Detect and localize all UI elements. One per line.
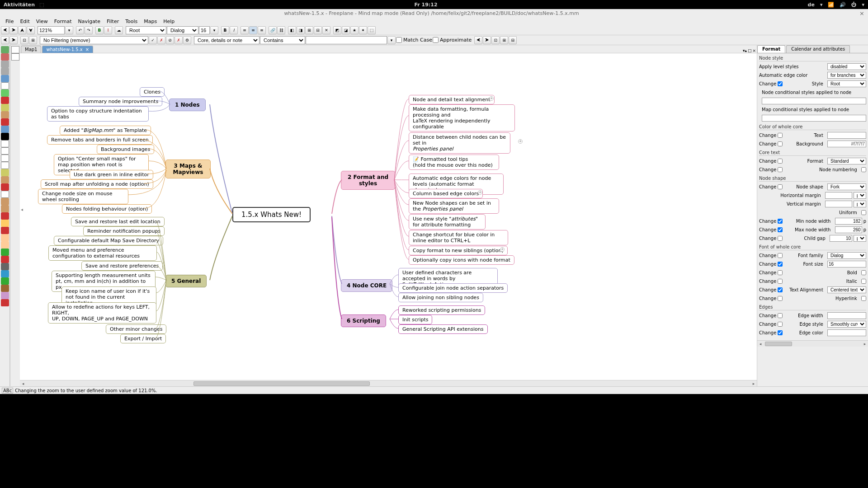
cb-align[interactable] [778, 287, 783, 292]
cb-es[interactable] [778, 322, 783, 327]
italic-button[interactable]: I [230, 26, 238, 34]
tab-close-icon[interactable]: × [85, 47, 89, 52]
tb1-h[interactable]: ★ [350, 26, 359, 34]
tab-whatsnew[interactable]: whatsNew-1.5.x× [42, 46, 93, 53]
nav-down-button[interactable]: ⮟ [27, 26, 35, 34]
icon-l34[interactable] [1, 285, 9, 292]
node-branch5[interactable]: 5 General [165, 275, 207, 287]
leaf-b2-10[interactable]: Optionally copy icons with node format [409, 255, 514, 265]
align-select[interactable]: Centered text [827, 286, 866, 293]
nav-up-button[interactable]: ⮝ [18, 26, 26, 34]
cb-numbering-val[interactable] [861, 167, 866, 172]
tb1-e[interactable]: ✕ [322, 26, 330, 34]
text-color-input[interactable] [827, 132, 866, 139]
filter-b[interactable]: ⮞ [9, 36, 18, 44]
leaf-b2-7[interactable]: Use new style "attributes" for attribute… [409, 214, 486, 230]
icon-l24[interactable] [1, 212, 9, 220]
leaf-b3-7[interactable]: Nodes folding behaviour (option) [62, 204, 152, 214]
approximate-checkbox[interactable] [433, 37, 439, 43]
es-select[interactable]: Smoothly curved ( [827, 321, 866, 328]
node-branch6[interactable]: 6 Scripting [341, 314, 386, 327]
cb-ec[interactable] [778, 330, 783, 335]
lang-indicator[interactable]: de [808, 2, 815, 8]
find-c[interactable]: ⊡ [491, 36, 500, 44]
node-branch4[interactable]: 4 Node CORE [341, 279, 392, 292]
leaf-b2-6[interactable]: New Node shapes can be set in the Proper… [409, 198, 499, 214]
leaf-b5-2[interactable]: Configurable default Map Save Directory [54, 236, 163, 245]
menu-maps[interactable]: Maps [141, 18, 160, 25]
menu-navigate[interactable]: Navigate [75, 18, 103, 25]
leaf-b1-2[interactable]: Option to copy structure indentation as … [47, 106, 149, 122]
icon-l17[interactable] [1, 162, 9, 169]
icon-l33[interactable] [1, 277, 9, 285]
style-select-panel[interactable]: Root [827, 80, 866, 87]
menu-format[interactable]: Format [52, 18, 75, 25]
cb-hyper[interactable] [778, 296, 783, 301]
font-size-dropdown[interactable]: ▾ [210, 26, 218, 34]
close-icon[interactable]: × [859, 10, 864, 17]
align-right-button[interactable]: ≡ [258, 26, 266, 34]
power-icon[interactable]: ⏻ [851, 2, 856, 8]
expand-icon[interactable]: + [489, 96, 494, 101]
search-mode-select[interactable]: Contains [260, 36, 305, 44]
cb-ew[interactable] [778, 313, 783, 318]
icon-l27[interactable] [1, 234, 9, 241]
vm-unit[interactable]: pt [854, 201, 866, 207]
panel-tab-format[interactable]: Format [757, 45, 785, 53]
filter-select[interactable]: No Filtering (remove) [40, 36, 148, 44]
leaf-b2-9[interactable]: Copy format to new siblings (option) [409, 246, 508, 255]
icon-l25[interactable] [1, 220, 9, 227]
menu-help[interactable]: Help [160, 18, 177, 25]
find-prev-button[interactable]: ⮜ [474, 36, 482, 44]
cg-unit[interactable]: pt [854, 235, 866, 242]
childgap-input[interactable] [830, 235, 852, 242]
icon-l19[interactable] [1, 176, 9, 183]
leaf-b2-1[interactable]: Make data formatting, formula processing… [409, 104, 515, 131]
tb1-j[interactable]: ⬚ [368, 26, 376, 34]
tb1-g[interactable]: ◪ [342, 26, 350, 34]
tb1-a[interactable]: ◧ [288, 26, 296, 34]
icon-l29[interactable] [1, 249, 9, 256]
panel-close-icon[interactable]: × [752, 48, 756, 53]
icon-l32[interactable] [1, 270, 9, 277]
canvas-hscroll[interactable]: ◂ ▸ [20, 380, 757, 386]
tb1-i[interactable]: ✦ [359, 26, 367, 34]
cloud-icon[interactable]: ☁ [115, 26, 123, 34]
leaf-b4-2[interactable]: Allow joining non sibling nodes [398, 293, 483, 302]
icon-l2[interactable] [1, 53, 9, 61]
leaf-b5-4[interactable]: Save and restore preferences [81, 261, 163, 271]
tb1-f[interactable]: ◩ [333, 26, 341, 34]
ew-input[interactable] [827, 312, 866, 319]
expand-icon-3[interactable]: + [478, 190, 482, 195]
nav-back-button[interactable]: ⮜ [1, 26, 9, 34]
expand-icon-2[interactable]: + [518, 139, 523, 144]
icon-l28[interactable] [1, 241, 9, 249]
leaf-b2-2[interactable]: Distance between child nodes can be set … [409, 132, 510, 154]
tb1-d[interactable]: ⊟ [314, 26, 322, 34]
leaf-b3-6[interactable]: Change node size on mouse wheel scrollin… [38, 189, 128, 204]
icon-l35[interactable] [1, 292, 9, 299]
zoom-dropdown[interactable]: ▾ [65, 26, 73, 34]
cb-change-style[interactable] [778, 81, 783, 86]
node-root[interactable]: 1.5.x Whats New! [232, 207, 311, 222]
panel-hscroll[interactable]: ◂▸ [757, 340, 868, 347]
icon-l31[interactable] [1, 263, 9, 270]
tb1-c[interactable]: ⊞ [305, 26, 313, 34]
cb-childgap[interactable] [778, 236, 783, 241]
leaf-b2-0[interactable]: Node and detail text alignment [409, 95, 495, 104]
icon-l36[interactable] [1, 299, 9, 306]
icon-l1[interactable] [1, 46, 9, 53]
apply-level-select[interactable]: disabled [827, 63, 866, 70]
find-e[interactable]: ⊟ [509, 36, 517, 44]
filter-h[interactable]: ⚙ [183, 36, 191, 44]
cb-numbering[interactable] [778, 167, 783, 172]
icon-l4[interactable] [1, 68, 9, 75]
leaf-b5-0[interactable]: Save and restore last edit location [71, 217, 165, 226]
icon-l11[interactable] [1, 118, 9, 126]
menu-tools[interactable]: Tools [123, 18, 140, 25]
icon-l12[interactable] [1, 126, 9, 133]
bg-color-input[interactable] [827, 141, 866, 147]
leaf-b3-5[interactable]: Scroll map after unfolding a node (optio… [41, 179, 153, 189]
icon-l3[interactable] [1, 61, 9, 68]
tb1-b[interactable]: ◨ [297, 26, 305, 34]
